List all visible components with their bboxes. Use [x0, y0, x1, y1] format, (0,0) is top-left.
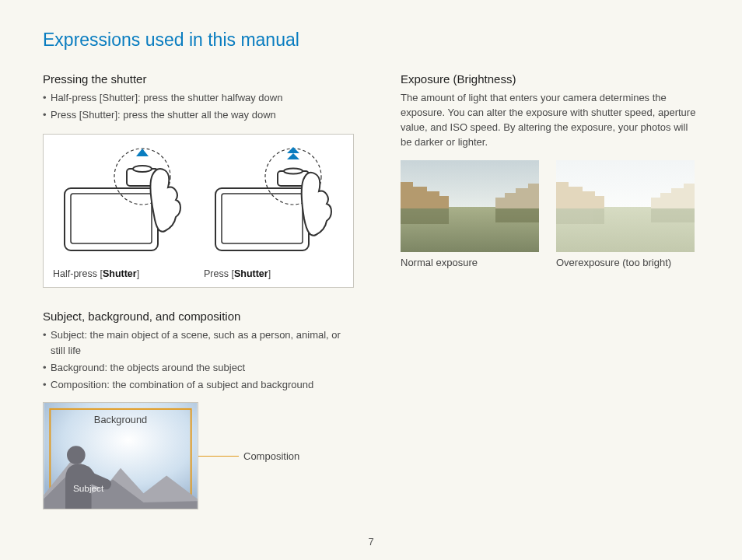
text-bold: Shutter	[102, 92, 135, 103]
caption-half-press: Half-press [Shutter]	[53, 268, 193, 279]
list-item: Composition: the combination of a subjec…	[43, 377, 354, 393]
svg-marker-12	[287, 153, 299, 159]
figure-full-press: Press [Shutter]	[204, 145, 344, 279]
text: Half-press [	[51, 92, 102, 103]
svg-rect-31	[569, 187, 583, 208]
svg-rect-30	[556, 182, 569, 208]
label-composition: Composition	[239, 450, 299, 462]
svg-rect-35	[671, 188, 684, 208]
figure-shutter-press: Half-press [Shutter]	[43, 134, 354, 288]
list-item: Half-press [Shutter]: press the shutter …	[43, 90, 354, 106]
svg-rect-25	[495, 198, 505, 208]
svg-rect-18	[401, 182, 413, 208]
svg-rect-21	[439, 196, 449, 208]
svg-rect-19	[413, 187, 427, 208]
svg-rect-1	[71, 194, 152, 243]
heading-sbc: Subject, background, and composition	[43, 310, 354, 323]
caption-overexposure: Overexposure (too bright)	[556, 257, 695, 268]
text: Press [	[204, 268, 234, 279]
text-bold: Shutter	[82, 109, 114, 121]
svg-point-15	[67, 446, 86, 464]
text: ]: press the shutter halfway down	[135, 92, 282, 103]
text-bold: Shutter	[234, 268, 268, 279]
list-sbc: Subject: the main object of a scene, suc…	[43, 327, 354, 393]
svg-rect-37	[651, 198, 660, 208]
heading-exposure: Exposure (Brightness)	[401, 72, 699, 86]
list-item: Press [Shutter]: press the shutter all t…	[43, 107, 354, 123]
text: ]	[268, 268, 271, 279]
text-bold: Subject	[51, 329, 84, 341]
list-item: Subject: the main object of a scene, suc…	[43, 327, 354, 359]
label-background: Background	[94, 414, 147, 425]
list-pressing-shutter: Half-press [Shutter]: press the shutter …	[43, 90, 354, 123]
svg-marker-5	[136, 149, 149, 156]
text-bold: Composition	[51, 379, 107, 390]
figure-composition: Background Subject Composition	[43, 402, 354, 509]
photo-overexposure: Overexposure (too bright)	[556, 160, 695, 268]
text: : the objects around the subject	[104, 362, 245, 373]
svg-point-10	[284, 169, 303, 174]
svg-rect-26	[401, 208, 449, 224]
svg-rect-33	[595, 196, 604, 208]
caption-full-press: Press [Shutter]	[204, 268, 344, 279]
text: : the combination of a subject and backg…	[107, 379, 313, 390]
svg-point-4	[133, 166, 152, 172]
svg-rect-24	[505, 193, 516, 208]
text: Press [	[51, 109, 82, 121]
svg-rect-34	[684, 184, 695, 208]
text: ]: press the shutter all the way down	[114, 109, 275, 121]
page-number: 7	[0, 536, 742, 548]
composition-diagram: Background Subject	[43, 402, 198, 509]
svg-rect-23	[516, 188, 528, 208]
label-subject: Subject	[73, 483, 104, 494]
photo-normal-exposure: Normal exposure	[401, 160, 539, 268]
page-title: Expressions used in this manual	[43, 30, 699, 51]
leader-line	[198, 456, 239, 457]
svg-rect-39	[651, 208, 695, 222]
text-bold: Shutter	[103, 268, 137, 279]
svg-rect-36	[660, 193, 671, 208]
caption-normal-exposure: Normal exposure	[401, 257, 539, 268]
svg-rect-7	[222, 194, 303, 243]
text-exposure-body: The amount of light that enters your cam…	[401, 90, 699, 149]
text-bold: Background	[51, 362, 104, 373]
text: ]	[137, 268, 139, 279]
text: Half-press [	[53, 268, 103, 279]
figure-half-press: Half-press [Shutter]	[53, 145, 193, 279]
svg-rect-20	[427, 191, 439, 208]
svg-rect-32	[583, 191, 595, 208]
svg-rect-22	[528, 184, 539, 208]
svg-rect-27	[495, 208, 539, 222]
svg-marker-11	[287, 147, 299, 153]
heading-pressing-shutter: Pressing the shutter	[43, 72, 354, 86]
text: : the main object of a scene, such as a …	[51, 329, 341, 356]
list-item: Background: the objects around the subje…	[43, 360, 354, 376]
svg-rect-38	[556, 208, 604, 224]
leader-composition: Composition	[198, 450, 299, 462]
